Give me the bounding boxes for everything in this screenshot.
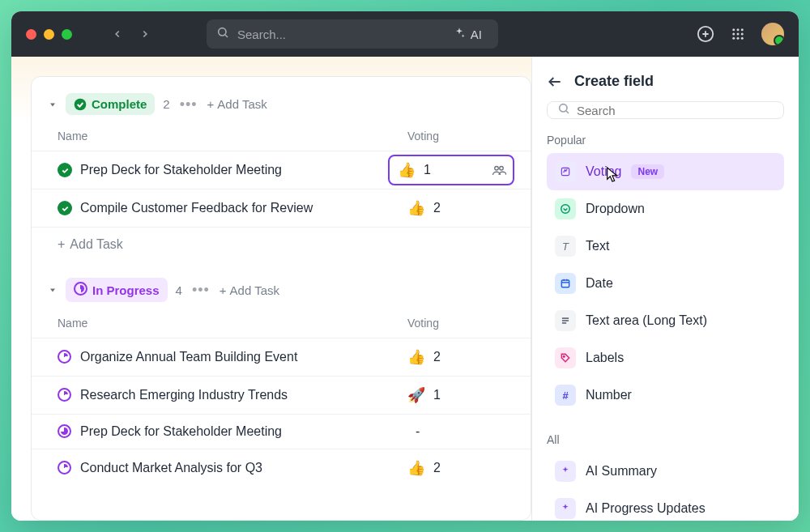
task-row[interactable]: Compile Customer Feedback for Review 👍 2 xyxy=(32,189,531,227)
task-row[interactable]: Prep Deck for Stakeholder Meeting - xyxy=(32,414,531,449)
group-menu-button[interactable]: ••• xyxy=(190,283,211,297)
task-name: Conduct Market Analysis for Q3 xyxy=(80,461,407,475)
task-row[interactable]: Organize Annual Team Building Event 👍 2 xyxy=(32,338,531,376)
svg-point-23 xyxy=(561,205,570,214)
vote-emoji: 👍 xyxy=(407,459,425,477)
field-type-ai-summary[interactable]: AI Summary xyxy=(547,453,784,490)
field-type-label: Dropdown xyxy=(586,202,645,216)
field-type-number[interactable]: # Number xyxy=(547,377,784,414)
close-window-button[interactable] xyxy=(26,29,36,40)
voting-cell[interactable]: 👍 2 xyxy=(407,459,514,477)
field-type-label: Text area (Long Text) xyxy=(586,313,707,328)
svg-point-16 xyxy=(495,167,499,171)
progress-icon xyxy=(58,461,72,475)
collapse-toggle[interactable] xyxy=(48,100,58,109)
search-placeholder: Search... xyxy=(237,28,438,41)
add-task-row[interactable]: + Add Task xyxy=(32,227,531,262)
back-button[interactable] xyxy=(547,74,563,90)
column-headers: Name Voting xyxy=(32,313,531,338)
minimize-window-button[interactable] xyxy=(44,29,54,40)
svg-point-0 xyxy=(219,28,226,36)
labels-field-icon xyxy=(555,347,576,368)
voting-cell[interactable]: 👍 2 xyxy=(407,199,514,217)
task-name: Organize Annual Team Building Event xyxy=(80,350,407,364)
nav-forward-button[interactable] xyxy=(134,23,156,45)
voting-cell[interactable]: - xyxy=(407,424,514,439)
svg-point-9 xyxy=(737,33,740,36)
task-row[interactable]: Research Emerging Industry Trends 🚀 1 xyxy=(32,376,531,414)
field-type-text[interactable]: T Text xyxy=(547,228,784,265)
field-type-label: AI Summary xyxy=(586,464,657,479)
add-task-button[interactable]: + Add Task xyxy=(207,97,267,111)
svg-rect-22 xyxy=(561,168,569,175)
check-circle-icon xyxy=(74,98,87,111)
field-type-label: Number xyxy=(586,388,632,402)
panel-header: Create field xyxy=(547,73,784,90)
status-label: In Progress xyxy=(92,283,160,297)
status-pill-complete[interactable]: Complete xyxy=(66,93,155,115)
col-voting-header[interactable]: Voting xyxy=(407,130,514,143)
user-avatar[interactable] xyxy=(761,23,784,45)
column-headers: Name Voting xyxy=(32,126,531,151)
field-search[interactable] xyxy=(547,101,784,119)
field-type-label: Text xyxy=(586,239,609,253)
field-type-labels[interactable]: Labels xyxy=(547,339,784,377)
task-name: Research Emerging Industry Trends xyxy=(80,388,407,402)
vote-count: 1 xyxy=(433,388,441,402)
vote-count: - xyxy=(416,424,420,439)
vote-emoji: 🚀 xyxy=(407,386,425,404)
add-task-button[interactable]: + Add Task xyxy=(220,283,279,297)
new-badge: New xyxy=(631,164,664,179)
col-name-header[interactable]: Name xyxy=(58,130,407,143)
panel-title: Create field xyxy=(574,73,654,90)
apps-grid-icon[interactable] xyxy=(729,25,747,43)
group-complete: Complete 2 ••• + Add Task Name Voting xyxy=(32,93,531,262)
ai-button[interactable]: AI xyxy=(446,23,488,45)
main-content: Complete 2 ••• + Add Task Name Voting xyxy=(11,57,531,521)
status-label: Complete xyxy=(92,97,147,111)
field-type-label: Voting xyxy=(586,164,621,179)
nav-back-button[interactable] xyxy=(106,23,129,45)
progress-icon xyxy=(58,424,72,439)
col-voting-header[interactable]: Voting xyxy=(407,317,514,330)
field-type-label: Date xyxy=(586,276,613,291)
collapse-toggle[interactable] xyxy=(48,285,58,295)
svg-point-13 xyxy=(741,37,744,40)
field-type-ai-progress[interactable]: AI Progress Updates xyxy=(547,490,784,521)
add-button[interactable] xyxy=(697,25,714,43)
ai-field-icon xyxy=(555,461,576,482)
svg-point-7 xyxy=(741,28,744,31)
status-pill-in-progress[interactable]: In Progress xyxy=(66,278,168,302)
svg-point-15 xyxy=(75,98,87,110)
svg-point-8 xyxy=(732,33,735,36)
svg-point-6 xyxy=(737,28,740,31)
svg-point-31 xyxy=(563,355,565,357)
status-check-icon xyxy=(58,201,72,215)
task-row[interactable]: Conduct Market Analysis for Q3 👍 2 xyxy=(32,449,531,487)
textarea-field-icon xyxy=(555,310,576,331)
col-name-header[interactable]: Name xyxy=(58,317,407,330)
voting-cell[interactable]: 🚀 1 xyxy=(407,386,514,404)
field-type-voting[interactable]: Voting New xyxy=(547,153,784,190)
svg-point-11 xyxy=(732,37,735,40)
vote-emoji: 👍 xyxy=(407,199,425,217)
svg-marker-14 xyxy=(50,103,55,106)
section-all-label: All xyxy=(547,433,784,446)
group-menu-button[interactable]: ••• xyxy=(178,97,199,112)
voting-cell[interactable]: 👍 1 xyxy=(388,155,514,185)
field-search-input[interactable] xyxy=(577,104,774,117)
global-search[interactable]: Search... AI xyxy=(207,19,498,49)
ai-field-icon xyxy=(555,498,576,519)
task-list-card: Complete 2 ••• + Add Task Name Voting xyxy=(31,76,531,521)
maximize-window-button[interactable] xyxy=(62,29,72,40)
task-row[interactable]: Prep Deck for Stakeholder Meeting 👍 1 xyxy=(32,151,531,189)
field-type-date[interactable]: Date xyxy=(547,265,784,302)
voting-cell[interactable]: 👍 2 xyxy=(407,348,514,366)
add-task-label: Add Task xyxy=(230,283,279,297)
people-icon[interactable] xyxy=(492,164,506,176)
vote-emoji: 👍 xyxy=(407,348,425,366)
svg-point-10 xyxy=(741,33,744,36)
vote-emoji: 👍 xyxy=(398,161,416,179)
field-type-dropdown[interactable]: Dropdown xyxy=(547,190,784,228)
field-type-textarea[interactable]: Text area (Long Text) xyxy=(547,302,784,339)
